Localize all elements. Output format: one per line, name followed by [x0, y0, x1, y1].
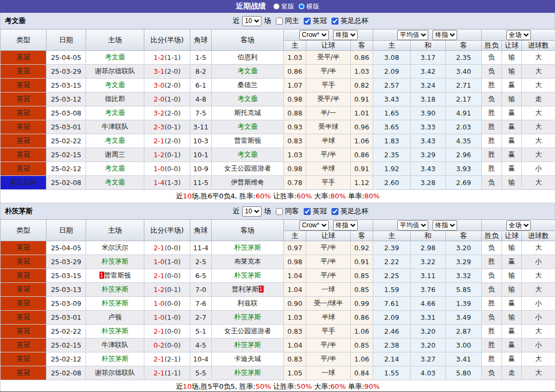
- col-date: 日期: [47, 29, 86, 51]
- same-checkbox[interactable]: [276, 208, 283, 215]
- col-home: 主场: [86, 29, 144, 51]
- europe-away-odds: 3.40: [446, 65, 482, 79]
- col-hcap-away: 客: [351, 41, 373, 51]
- result-winlose: 胜: [482, 79, 502, 93]
- away-team-cell: 伯恩利: [212, 51, 284, 65]
- league-label: 英冠: [313, 206, 327, 216]
- league-badge: 英冠: [1, 148, 47, 162]
- games-count-select[interactable]: 10: [242, 16, 261, 26]
- europe-away-odds: 3.49: [446, 311, 482, 325]
- score-cell: 1-2(0-1): [144, 283, 190, 297]
- handicap-final-select[interactable]: 终指: [333, 30, 358, 40]
- scope-select[interactable]: 全场: [506, 220, 531, 230]
- col-euro-away: 客: [446, 231, 482, 241]
- handicap-final-select[interactable]: 终指: [333, 220, 358, 230]
- europe-home-odds: 1.83: [373, 134, 411, 148]
- away-team-name: 考文垂: [237, 95, 258, 103]
- league-checkbox[interactable]: [304, 208, 311, 215]
- handicap-line: 受平/半: [306, 93, 351, 106]
- half-score: (0-1): [165, 286, 181, 294]
- handicap-away-odds: 0.85: [351, 269, 373, 283]
- away-team-cell: 朴茨茅斯: [212, 339, 284, 352]
- corner-count: 10-4: [190, 352, 212, 366]
- full-score: 1-0: [153, 313, 164, 321]
- col-euro-home: 主: [373, 231, 411, 241]
- corner-count: 6-5: [190, 269, 212, 283]
- home-team-name: 牛津联队: [102, 341, 128, 349]
- match-row: 英冠 25-03-15 1普雷斯顿 2-1(0-0) 6-5 朴茨茅斯 1.04…: [1, 269, 555, 283]
- handicap-away-odds: 0.85: [351, 283, 373, 297]
- handicap-line: 半球: [306, 134, 351, 148]
- home-team-name: 谢周三: [105, 150, 125, 158]
- result-handicap: 赢: [502, 120, 522, 134]
- handicap-line: 受平/半: [306, 51, 351, 65]
- result-handicap: 赢: [502, 79, 522, 93]
- col-corner: 角球: [190, 29, 212, 51]
- europe-final-select[interactable]: 终指: [433, 30, 457, 40]
- handicap-line: 平/半: [306, 65, 351, 79]
- europe-final-select[interactable]: 终指: [433, 220, 457, 230]
- league-badge: 英冠: [1, 241, 47, 255]
- handicap-line: 一球: [306, 283, 351, 297]
- cup-checkbox[interactable]: [332, 18, 338, 25]
- match-date: 25-04-05: [47, 241, 86, 255]
- corner-count: 5-1: [190, 325, 212, 339]
- handicap-home-odds: 0.88: [284, 106, 306, 120]
- team-name: 考文垂: [5, 16, 26, 26]
- europe-company-select[interactable]: 平均值: [397, 30, 428, 40]
- match-date: 25-04-05: [47, 51, 86, 65]
- games-count-select[interactable]: 10: [242, 206, 261, 217]
- result-winlose: 负: [482, 366, 502, 380]
- away-team-cell: 桑德兰: [212, 79, 284, 93]
- result-winlose: 胜: [482, 106, 502, 120]
- handicap-away-odds: 1.12: [351, 176, 373, 190]
- result-goals: 大: [522, 325, 555, 339]
- handicap-home-odds: 0.78: [284, 176, 306, 190]
- handicap-company-select[interactable]: Crow*: [299, 220, 329, 230]
- league-checkbox[interactable]: [304, 18, 311, 25]
- result-winlose: 胜: [482, 255, 502, 269]
- handicap-home-odds: 0.98: [284, 255, 306, 269]
- result-goals: 大: [522, 134, 555, 148]
- europe-company-select[interactable]: 平均值: [397, 220, 428, 230]
- match-date: 25-03-08: [47, 106, 86, 120]
- red-card-badge: 1: [259, 286, 264, 293]
- team-filter-bar: 考文垂 近 10 场 同主 英冠 英足总杯: [0, 13, 555, 29]
- summary-segment: 让胜率:: [271, 382, 297, 390]
- corner-count: 4-5: [190, 339, 212, 352]
- corner-count: 11-4: [190, 241, 212, 255]
- result-winlose: 负: [482, 65, 502, 79]
- vertical-radio[interactable]: [273, 3, 280, 10]
- home-team-name: 米尔沃尔: [102, 243, 128, 251]
- score-cell: 1-2(1-1): [144, 51, 190, 65]
- result-handicap: 输: [502, 51, 522, 65]
- away-team-cell: 斯托克城: [212, 106, 284, 120]
- home-team-cell: 米尔沃尔: [86, 241, 144, 255]
- score-cell: 1-0(1-0): [144, 311, 190, 325]
- title-bar: 近期战绩 竖版 横版: [0, 0, 555, 13]
- cup-checkbox[interactable]: [332, 208, 338, 215]
- full-score: 1-2: [153, 53, 164, 62]
- league-badge: 英冠: [1, 106, 47, 120]
- handicap-company-select[interactable]: Crow*: [299, 30, 329, 40]
- away-team-name: 伯恩利: [237, 53, 258, 61]
- summary-segment: 大率:: [312, 382, 330, 390]
- score-cell: 2-1(1-1): [144, 366, 190, 380]
- corner-count: 3-11: [190, 120, 212, 134]
- handicap-home-odds: 1.04: [284, 339, 306, 352]
- result-handicap: 赢: [502, 106, 522, 120]
- europe-draw-odds: 3.24: [411, 79, 446, 93]
- summary-segment: 60%: [296, 192, 312, 200]
- full-score: 2-1: [153, 137, 164, 145]
- layout-option-vertical[interactable]: 竖版: [273, 2, 294, 11]
- scope-select[interactable]: 全场: [506, 30, 531, 40]
- handicap-line: 平/半: [306, 339, 351, 352]
- handicap-away-odds: 1.03: [351, 65, 373, 79]
- full-score: 1-0: [153, 165, 164, 173]
- corner-count: 4-8: [190, 93, 212, 106]
- col-type: 类型: [1, 29, 47, 51]
- layout-option-horizontal[interactable]: 横版: [298, 2, 319, 11]
- team-section-portsmouth: 朴茨茅斯 近 10 场 同客 英冠 英足总杯 类型: [0, 203, 555, 392]
- horizontal-radio[interactable]: [298, 3, 305, 10]
- same-checkbox[interactable]: [276, 18, 283, 25]
